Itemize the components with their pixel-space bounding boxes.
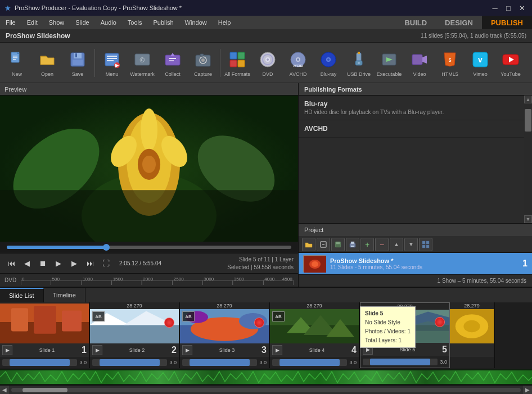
dvd-icon (257, 49, 278, 70)
capture-icon (192, 49, 214, 70)
tab-timeline[interactable]: Timeline (44, 288, 85, 302)
scroll-down-button[interactable]: ▼ (524, 215, 532, 223)
toolbar-bluray[interactable]: Blu-ray (314, 44, 343, 81)
slide-duration-footer-2: 3.0 (90, 357, 179, 368)
scroll-thumb-h[interactable] (22, 388, 67, 392)
project-number: 1 (522, 259, 528, 269)
toolbar-save[interactable]: Save (63, 44, 92, 81)
slide-footer-4: ▶ Slide 4 4 (270, 343, 359, 357)
toolbar-usb-drive[interactable]: USB Drive (344, 44, 373, 81)
maximize-button[interactable]: □ (503, 2, 514, 13)
open-icon (37, 49, 58, 70)
format-list[interactable]: Blu-ray HD video disc for playback on TV… (299, 96, 524, 223)
svg-point-64 (142, 156, 156, 173)
fullscreen-button[interactable]: ⛶ (99, 257, 112, 270)
transport-bar: ⏮ ◀ ⏹ ▶ ▶ ⏭ ⛶ 2:05.12 / 5:55.04 Slide 5 … (0, 253, 298, 273)
svg-marker-47 (422, 56, 427, 64)
progress-track[interactable] (7, 246, 291, 249)
progress-thumb[interactable] (103, 244, 110, 251)
slide-item-3[interactable]: 28.279 AB ▶ Slide 3 3 (180, 302, 270, 368)
toolbar-watermark[interactable]: © Watermark (128, 44, 157, 81)
toolbar-collect[interactable]: Collect (158, 44, 187, 81)
slide-play-2[interactable]: ▶ (92, 345, 102, 355)
format-scrollbar[interactable]: ▲ ▼ (524, 96, 532, 223)
menu-file[interactable]: File (0, 16, 21, 29)
proj-btn-folder[interactable] (302, 238, 315, 251)
slide-item-4[interactable]: 28.279 AB ▶ Slide 4 4 (270, 302, 360, 368)
scroll-track-h[interactable] (11, 388, 521, 392)
toolbar-vimeo[interactable]: v Vimeo (466, 44, 495, 81)
project-entry[interactable]: ProShow Slideshow * 11 Slides - 5 minute… (299, 253, 532, 274)
next-frame-button[interactable]: ▶ (67, 257, 81, 270)
toolbar-video[interactable]: Video (405, 44, 434, 81)
svg-rect-111 (90, 325, 179, 343)
slide-item-1[interactable]: ▶ Slide 1 1 3.0 (0, 302, 90, 368)
minimize-button[interactable]: ─ (489, 2, 501, 13)
toolbar-html5[interactable]: 5 HTML5 (435, 44, 465, 81)
slide-play-3[interactable]: ▶ (182, 345, 192, 355)
collect-icon (162, 49, 183, 70)
design-mode-button[interactable]: DESIGN (436, 16, 482, 29)
toolbar-menu[interactable]: ▶ Menu (97, 44, 127, 81)
menu-publish[interactable]: Publish (148, 16, 179, 29)
dvd-ruler-label: DVD (4, 277, 16, 283)
menu-tools[interactable]: Tools (122, 16, 148, 29)
build-mode-button[interactable]: BUILD (395, 16, 436, 29)
publish-mode-button[interactable]: PUBLISH (482, 16, 532, 29)
skip-start-button[interactable]: ⏮ (4, 257, 18, 270)
scroll-right-button[interactable]: ▶ (523, 386, 532, 395)
skip-end-button[interactable]: ⏭ (83, 257, 97, 270)
menu-slide[interactable]: Slide (70, 16, 94, 29)
toolbar-avchd[interactable]: AVCHD AVCHD (283, 44, 313, 81)
format-bluray[interactable]: Blu-ray HD video disc for playback on TV… (299, 96, 524, 120)
slide-footer-6 (450, 343, 494, 357)
filmstrip-scroll[interactable]: ▶ Slide 1 1 3.0 28.279 (0, 302, 532, 368)
bluray-label: Blu-ray (321, 71, 337, 77)
proj-btn-up[interactable]: ▲ (390, 238, 403, 251)
scroll-left-button[interactable]: ◀ (0, 386, 9, 395)
slide-play-1[interactable]: ▶ (2, 345, 12, 355)
menu-help[interactable]: Help (213, 16, 237, 29)
menu-audio[interactable]: Audio (95, 16, 122, 29)
proj-btn-grid[interactable] (419, 238, 432, 251)
slide-thumb-2: AB (90, 309, 179, 343)
svg-rect-95 (351, 246, 354, 247)
slide-thumb-1 (0, 304, 89, 343)
slide-num-1: 1 (82, 345, 87, 355)
close-button[interactable]: ✕ (516, 2, 528, 13)
tab-slide-list[interactable]: Slide List (0, 288, 44, 302)
slide-duration-footer-6 (450, 357, 494, 368)
toolbar-open[interactable]: Open (33, 44, 62, 81)
toolbar-executable[interactable]: Executable (375, 44, 404, 81)
stop-button[interactable]: ⏹ (36, 257, 49, 270)
proj-btn-print[interactable] (346, 238, 359, 251)
proj-btn-save[interactable] (331, 238, 345, 251)
svg-point-42 (358, 62, 360, 64)
scroll-up-button[interactable]: ▲ (524, 96, 532, 103)
menu-show[interactable]: Show (43, 16, 70, 29)
proj-btn-open[interactable] (317, 238, 330, 251)
preview-progress-bar[interactable] (0, 242, 298, 253)
menu-window[interactable]: Window (179, 16, 213, 29)
menu-edit[interactable]: Edit (21, 16, 43, 29)
slide-item-2[interactable]: 28.279 AB ▶ Slide 2 2 (90, 302, 180, 368)
scroll-thumb[interactable] (525, 109, 531, 132)
project-label-text: Project (304, 227, 323, 233)
proj-btn-add[interactable]: + (360, 238, 374, 251)
toolbar-new[interactable]: New (2, 44, 31, 81)
format-avchd[interactable]: AVCHD (299, 120, 524, 138)
svg-rect-27 (230, 60, 237, 67)
scroll-track (524, 103, 532, 215)
toolbar-capture[interactable]: Capture (188, 44, 218, 81)
toolbar-youtube[interactable]: YouTube (496, 44, 525, 81)
prev-frame-button[interactable]: ◀ (20, 257, 34, 270)
toolbar-all-formats[interactable]: All Formats (223, 44, 252, 81)
slide-play-4[interactable]: ▶ (272, 345, 282, 355)
slide-name-1: Slide 1 (39, 347, 55, 353)
play-button[interactable]: ▶ (52, 257, 65, 270)
proj-btn-remove[interactable]: − (375, 238, 389, 251)
svg-point-31 (267, 58, 269, 61)
slide-item-6[interactable]: 28.279 (450, 302, 495, 368)
toolbar-dvd[interactable]: DVD (253, 44, 282, 81)
proj-btn-down[interactable]: ▼ (404, 238, 418, 251)
